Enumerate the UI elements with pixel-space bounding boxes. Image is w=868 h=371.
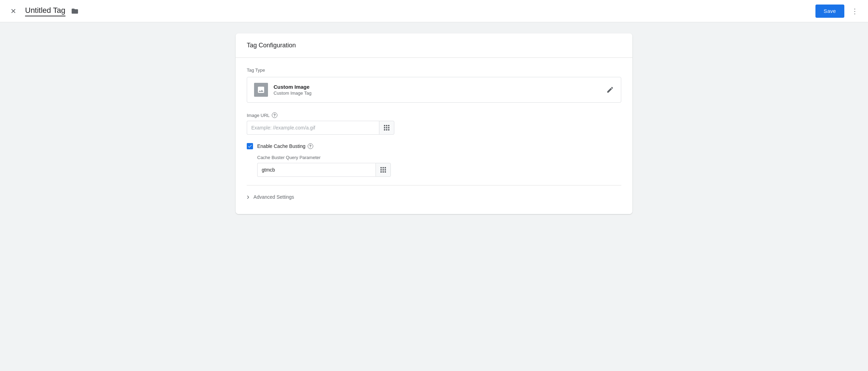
image-url-section: Image URL ? (247, 112, 621, 135)
cache-buster-param-section: Cache Buster Query Parameter (257, 155, 621, 177)
tag-type-icon (254, 83, 268, 97)
image-url-label-text: Image URL (247, 113, 270, 118)
tag-type-desc: Custom Image Tag (274, 90, 606, 96)
tag-type-section: Tag Type Custom Image Custom Image Tag (247, 68, 621, 103)
variable-icon (384, 125, 389, 131)
image-url-help-icon[interactable]: ? (272, 112, 277, 118)
cache-buster-input[interactable] (257, 163, 376, 177)
topbar: ✕ Untitled Tag Save ⋮ (0, 0, 868, 22)
cache-busting-label-text: Enable Cache Busting (257, 143, 306, 149)
topbar-left: ✕ Untitled Tag (7, 5, 815, 17)
cache-busting-help-icon[interactable]: ? (308, 143, 313, 149)
chevron-right-icon: › (247, 192, 249, 202)
pencil-icon (606, 86, 614, 94)
tag-type-name: Custom Image (274, 84, 606, 90)
checkmark-icon (247, 144, 252, 149)
card-header: Tag Configuration (236, 33, 632, 58)
folder-icon[interactable] (71, 7, 79, 15)
image-url-input[interactable] (247, 121, 379, 135)
save-button[interactable]: Save (815, 5, 844, 18)
close-button[interactable]: ✕ (7, 5, 19, 17)
tag-config-card: Tag Configuration Tag Type Custom Image … (236, 33, 632, 214)
close-icon: ✕ (10, 7, 16, 15)
page-title: Untitled Tag (25, 6, 65, 16)
more-vert-icon: ⋮ (851, 7, 858, 15)
cache-busting-label: Enable Cache Busting ? (257, 143, 313, 149)
card-title: Tag Configuration (247, 42, 296, 49)
tag-type-info: Custom Image Custom Image Tag (274, 84, 606, 96)
tag-type-row: Custom Image Custom Image Tag (247, 77, 621, 103)
main-content: Tag Configuration Tag Type Custom Image … (0, 22, 868, 225)
cache-buster-variable-button[interactable] (376, 163, 391, 177)
image-url-variable-button[interactable] (379, 121, 394, 135)
image-url-label: Image URL ? (247, 112, 621, 118)
cache-buster-input-row (257, 163, 621, 177)
image-icon (257, 86, 265, 94)
cache-busting-row: Enable Cache Busting ? (247, 143, 621, 149)
more-options-button[interactable]: ⋮ (849, 5, 861, 17)
variable-icon-2 (380, 167, 386, 173)
advanced-settings-label: Advanced Settings (253, 194, 294, 200)
cache-buster-param-label: Cache Buster Query Parameter (257, 155, 621, 160)
advanced-settings-row[interactable]: › Advanced Settings (247, 186, 621, 203)
cache-busting-checkbox[interactable] (247, 143, 253, 149)
card-body: Tag Type Custom Image Custom Image Tag (236, 58, 632, 214)
image-url-input-row (247, 121, 621, 135)
topbar-right: Save ⋮ (815, 5, 861, 18)
tag-type-label: Tag Type (247, 68, 621, 73)
edit-tag-type-button[interactable] (606, 86, 614, 94)
